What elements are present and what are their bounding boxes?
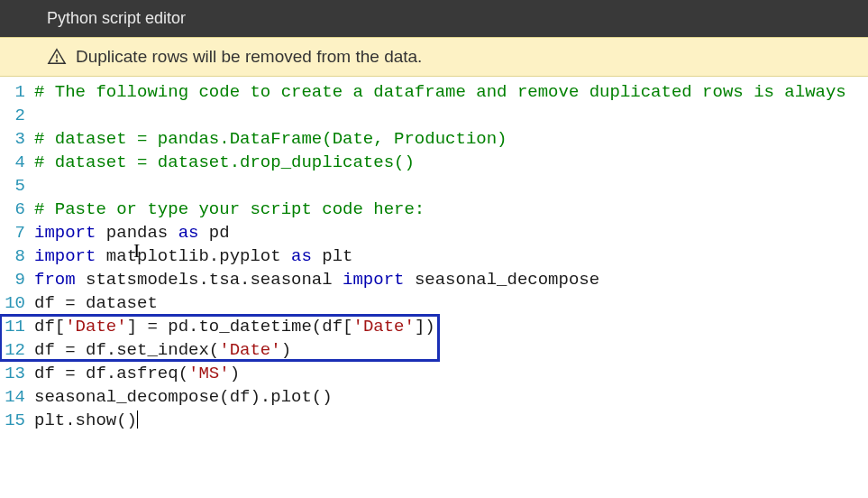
code-content[interactable]: df = df.asfreq('MS') <box>34 362 868 385</box>
code-line[interactable]: 13df = df.asfreq('MS') <box>0 362 868 385</box>
line-number: 7 <box>0 221 34 244</box>
code-content[interactable]: plt.show() <box>34 409 868 432</box>
code-content[interactable]: # Paste or type your script code here: <box>34 198 868 221</box>
line-number: 15 <box>0 409 34 432</box>
warning-bar: Duplicate rows will be removed from the … <box>0 37 868 77</box>
code-content[interactable] <box>34 174 868 198</box>
line-number: 2 <box>0 104 34 127</box>
code-line[interactable]: 8import matplotlib.pyplot as plt <box>0 244 868 268</box>
line-number: 11 <box>0 315 34 338</box>
code-line[interactable]: 1# The following code to create a datafr… <box>0 80 868 104</box>
code-content[interactable]: import matplotlib.pyplot as plt <box>34 244 868 268</box>
line-number: 12 <box>0 338 34 362</box>
code-content[interactable]: df['Date'] = pd.to_datetime(df['Date']) <box>34 315 868 338</box>
line-number: 5 <box>0 174 34 198</box>
line-number: 10 <box>0 291 34 315</box>
code-content[interactable]: from statsmodels.tsa.seasonal import sea… <box>34 268 868 291</box>
code-content[interactable]: df = dataset <box>34 291 868 315</box>
code-line[interactable]: 2 <box>0 104 868 127</box>
code-content[interactable] <box>34 104 868 127</box>
code-line[interactable]: 6# Paste or type your script code here: <box>0 198 868 221</box>
warning-icon <box>47 47 67 67</box>
code-content[interactable]: import pandas as pd <box>34 221 868 244</box>
line-number: 6 <box>0 198 34 221</box>
code-line[interactable]: 3# dataset = pandas.DataFrame(Date, Prod… <box>0 127 868 151</box>
text-caret <box>137 410 138 429</box>
code-content[interactable]: seasonal_decompose(df).plot() <box>34 385 868 409</box>
code-line[interactable]: 15plt.show() <box>0 409 868 432</box>
line-number: 3 <box>0 127 34 151</box>
code-line[interactable]: 5 <box>0 174 868 198</box>
editor-title: Python script editor <box>47 9 186 27</box>
code-line[interactable]: 12df = df.set_index('Date') <box>0 338 868 362</box>
code-content[interactable]: # The following code to create a datafra… <box>34 80 868 104</box>
line-number: 14 <box>0 385 34 409</box>
warning-text: Duplicate rows will be removed from the … <box>76 47 422 67</box>
line-number: 8 <box>0 244 34 268</box>
code-line[interactable]: 11df['Date'] = pd.to_datetime(df['Date']… <box>0 315 868 338</box>
code-content[interactable]: # dataset = dataset.drop_duplicates() <box>34 151 868 174</box>
code-content[interactable]: # dataset = pandas.DataFrame(Date, Produ… <box>34 127 868 151</box>
code-line[interactable]: 9from statsmodels.tsa.seasonal import se… <box>0 268 868 291</box>
line-number: 1 <box>0 80 34 104</box>
code-content[interactable]: df = df.set_index('Date') <box>34 338 868 362</box>
editor-header: Python script editor <box>0 0 868 37</box>
code-line[interactable]: 10df = dataset <box>0 291 868 315</box>
line-number: 4 <box>0 151 34 174</box>
code-line[interactable]: 14seasonal_decompose(df).plot() <box>0 385 868 409</box>
code-line[interactable]: 4# dataset = dataset.drop_duplicates() <box>0 151 868 174</box>
code-line[interactable]: 7import pandas as pd <box>0 221 868 244</box>
line-number: 13 <box>0 362 34 385</box>
svg-point-1 <box>56 60 57 61</box>
line-number: 9 <box>0 268 34 291</box>
code-editor[interactable]: 1# The following code to create a datafr… <box>0 77 868 436</box>
